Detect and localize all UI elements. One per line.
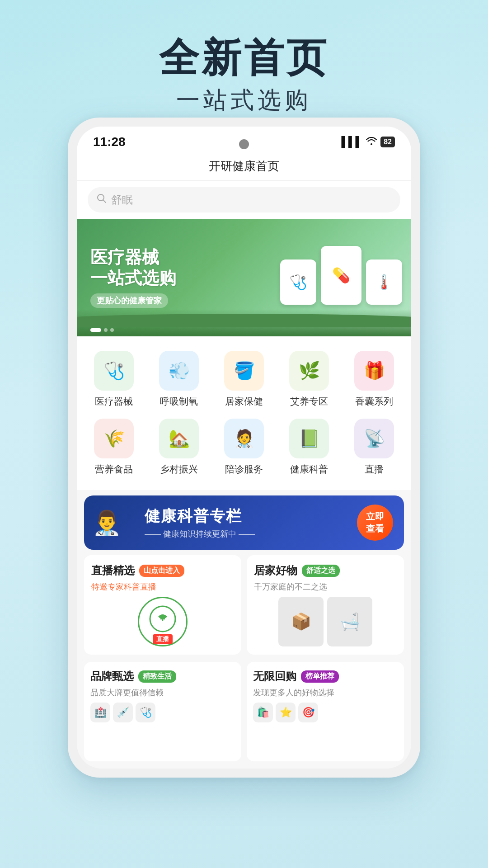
wifi-icon <box>366 136 377 148</box>
brand-sub: 品质大牌更值得信赖 <box>90 687 235 698</box>
category-item-10[interactable]: 📡 直播 <box>342 413 407 481</box>
home-title: 居家好物 <box>254 563 297 578</box>
category-item-6[interactable]: 🌾 营养食品 <box>81 413 146 481</box>
indicator-dot-2 <box>104 328 108 332</box>
home-sub: 千万家庭的不二之选 <box>254 581 397 592</box>
category-icon-4: 🌿 <box>289 351 329 391</box>
app-header: 开研健康首页 <box>77 154 411 181</box>
category-icon-3: 🪣 <box>224 351 264 391</box>
live-badge: 山点击进入 <box>139 565 184 577</box>
bottom-cards-row2: 品牌甄选 精致生活 品质大牌更值得信赖 🏥 💉 🩺 无限回购 榜单推荐 发现更多… <box>77 662 411 769</box>
home-images: 📦 🛁 <box>254 597 397 646</box>
category-label-4: 艾养专区 <box>290 395 328 408</box>
home-badge: 舒适之选 <box>302 565 340 577</box>
product-2: 💊 <box>321 246 361 305</box>
category-icon-10: 📡 <box>354 419 394 458</box>
unlimited-icons: 🛍️ ⭐ 🎯 <box>253 703 398 722</box>
category-label-1: 医疗器械 <box>95 395 133 408</box>
unlimited-badge: 榜单推荐 <box>301 670 339 683</box>
unlimited-sub: 发现更多人的好物选择 <box>253 687 398 698</box>
home-img-1: 📦 <box>278 597 324 646</box>
brand-card[interactable]: 品牌甄选 精致生活 品质大牌更值得信赖 🏥 💉 🩺 <box>84 662 241 761</box>
health-banner-title: 健康科普专栏 <box>145 506 255 527</box>
product-3: 🌡️ <box>366 259 402 305</box>
category-icon-8: 🧑‍⚕️ <box>224 419 264 458</box>
signal-icon: ▌▌▌ <box>341 136 362 148</box>
category-label-9: 健康科普 <box>290 463 328 476</box>
health-banner[interactable]: 👨‍⚕️ 健康科普专栏 —— 健康知识持续更新中 —— 立即 查看 <box>84 495 404 550</box>
home-card-header: 居家好物 舒适之选 <box>254 563 397 578</box>
category-label-3: 居家保健 <box>225 395 263 408</box>
health-btn-line1: 立即 <box>366 510 384 523</box>
categories-section: 🩺 医疗器械 💨 呼吸制氧 🪣 居家保健 🌿 艾养专区 🎁 香囊系列 <box>77 336 411 490</box>
doctor-icon: 👨‍⚕️ <box>92 509 122 537</box>
banner-title: 医疗器械一站式选购 <box>90 247 267 288</box>
brand-chip-3: 🩺 <box>136 703 155 722</box>
category-item-2[interactable]: 💨 呼吸制氧 <box>146 345 211 413</box>
category-icon-7: 🏡 <box>159 419 199 458</box>
health-banner-text: 健康科普专栏 —— 健康知识持续更新中 —— <box>145 506 255 539</box>
status-icons: ▌▌▌ 82 <box>341 136 395 148</box>
app-title: 开研健康首页 <box>209 159 279 173</box>
health-banner-button[interactable]: 立即 查看 <box>357 505 393 541</box>
brand-icons: 🏥 💉 🩺 <box>90 703 235 722</box>
category-label-6: 营养食品 <box>95 463 133 476</box>
live-title: 直播精选 <box>91 563 135 578</box>
category-item-3[interactable]: 🪣 居家保健 <box>211 345 277 413</box>
search-placeholder-text: 舒眠 <box>111 193 133 207</box>
hero-title: 全新首页 <box>0 36 488 80</box>
category-icon-6: 🌾 <box>94 419 134 458</box>
battery-level: 82 <box>380 137 395 147</box>
status-time: 11:28 <box>93 135 126 149</box>
category-icon-9: 📗 <box>289 419 329 458</box>
category-grid: 🩺 医疗器械 💨 呼吸制氧 🪣 居家保健 🌿 艾养专区 🎁 香囊系列 <box>81 345 407 481</box>
health-btn-line2: 查看 <box>366 523 384 535</box>
banner-desc: 更贴心的健康管家 <box>90 293 168 308</box>
hero-section: 全新首页 一站式选购 <box>0 0 488 130</box>
home-card[interactable]: 居家好物 舒适之选 千万家庭的不二之选 📦 🛁 <box>247 555 404 655</box>
hero-subtitle: 一站式选购 <box>0 85 488 116</box>
category-label-8: 陪诊服务 <box>225 463 263 476</box>
category-icon-5: 🎁 <box>354 351 394 391</box>
category-label-2: 呼吸制氧 <box>160 395 198 408</box>
category-item-1[interactable]: 🩺 医疗器械 <box>81 345 146 413</box>
category-item-5[interactable]: 🎁 香囊系列 <box>342 345 407 413</box>
category-label-5: 香囊系列 <box>355 395 393 408</box>
indicator-dot-1 <box>90 328 101 332</box>
phone-mockup: 11:28 ▌▌▌ 82 开研健康首页 <box>68 118 420 778</box>
camera-dot <box>239 139 249 149</box>
brand-title: 品牌甄选 <box>90 669 134 684</box>
health-banner-subtitle: —— 健康知识持续更新中 —— <box>145 528 255 539</box>
live-indicator: 直播 <box>153 634 173 644</box>
unlimited-card[interactable]: 无限回购 榜单推荐 发现更多人的好物选择 🛍️ ⭐ 🎯 <box>247 662 404 761</box>
brand-badge: 精致生活 <box>138 670 176 683</box>
unlimited-chip-2: ⭐ <box>276 703 296 722</box>
banner-indicator <box>90 328 114 332</box>
category-item-8[interactable]: 🧑‍⚕️ 陪诊服务 <box>211 413 277 481</box>
search-icon <box>97 193 107 206</box>
unlimited-chip-3: 🎯 <box>298 703 318 722</box>
brand-card-header: 品牌甄选 精致生活 <box>90 669 235 684</box>
main-banner[interactable]: 医疗器械一站式选购 更贴心的健康管家 🩺 💊 🌡️ <box>77 219 411 336</box>
indicator-dot-3 <box>110 328 114 332</box>
category-icon-1: 🩺 <box>94 351 134 391</box>
category-label-7: 乡村振兴 <box>160 463 198 476</box>
category-item-9[interactable]: 📗 健康科普 <box>277 413 342 481</box>
category-item-7[interactable]: 🏡 乡村振兴 <box>146 413 211 481</box>
phone-screen: 11:28 ▌▌▌ 82 开研健康首页 <box>77 127 411 769</box>
brand-chip-1: 🏥 <box>90 703 110 722</box>
bottom-cards-row1: 直播精选 山点击进入 特邀专家科普直播 直播 <box>77 555 411 662</box>
search-bar[interactable]: 舒眠 <box>88 187 400 212</box>
brand-chip-2: 💉 <box>113 703 133 722</box>
live-card[interactable]: 直播精选 山点击进入 特邀专家科普直播 直播 <box>84 555 241 655</box>
category-label-10: 直播 <box>365 463 384 476</box>
unlimited-title: 无限回购 <box>253 669 296 684</box>
category-item-4[interactable]: 🌿 艾养专区 <box>277 345 342 413</box>
product-1: 🩺 <box>280 259 316 305</box>
status-bar: 11:28 ▌▌▌ 82 <box>77 127 411 154</box>
home-img-2: 🛁 <box>327 597 372 646</box>
live-card-header: 直播精选 山点击进入 <box>91 563 234 578</box>
live-logo-icon <box>149 605 176 638</box>
banner-products: 🩺 💊 🌡️ <box>280 246 411 309</box>
live-sub: 特邀专家科普直播 <box>91 581 234 592</box>
